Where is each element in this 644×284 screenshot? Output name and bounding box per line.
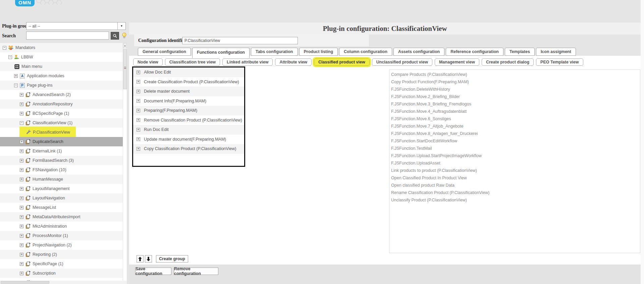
expand-icon[interactable]: + [20,178,23,181]
available-function-item[interactable]: F.JSFunction.Move.4_Auftragsdatenblatt [389,108,640,115]
expand-icon[interactable]: + [137,118,140,122]
tree-item[interactable]: +ProcessMonitor (1) [0,231,123,240]
subtab-create-product-dialog[interactable]: Create product dialog [482,58,534,66]
available-function-item[interactable]: Link products to product (P.Classificati… [389,167,640,174]
available-function-item[interactable]: Copy Product Function(F.Preparing.MAM) [389,78,640,86]
tree-item[interactable]: −Mandators [0,43,123,52]
available-function-item[interactable]: Rename Classification Product (P.Classif… [389,189,640,196]
available-function-item[interactable]: Compare Products (P.ClassificationView) [389,71,640,78]
expand-icon[interactable]: + [20,225,23,228]
save-configuration-button[interactable]: Save configuration [135,268,171,275]
tree-item[interactable]: −ClassificationView (1) [0,118,123,128]
expand-icon[interactable]: + [20,243,23,247]
tree-item[interactable]: +DuplicateSearch [0,137,123,146]
available-function-item[interactable]: Open classified product Raw Data [389,182,640,189]
tree-item[interactable]: +BCSpecificPage (1) [0,109,123,118]
available-function-item[interactable]: F.JSFunction.Move.2_Briefing_Bilder [389,93,640,100]
available-function-item[interactable]: F.JSFunction.Move.3_Briefing_Fremdlogos [389,100,640,108]
tree-item[interactable]: +SpecificPage (1) [0,259,123,269]
tree-item[interactable]: +Reporting (2) [0,250,123,259]
function-item[interactable]: +Allow Doc Edit [133,67,244,77]
subtab-attribute-view[interactable]: Attribute view [275,58,312,66]
expand-icon[interactable]: + [20,206,23,209]
tree-horizontal-scrollbar-thumb[interactable] [1,281,49,284]
function-item[interactable]: +Delete master document [133,87,244,96]
expand-icon[interactable]: + [137,128,140,132]
tree-item[interactable]: +LayoutNavigation [0,193,123,203]
expand-icon[interactable]: + [20,234,23,238]
tree-item[interactable]: −LBBW [0,52,123,62]
expand-icon[interactable]: + [20,253,23,256]
collapse-icon[interactable]: − [14,84,18,87]
tree-vertical-scrollbar-thumb[interactable] [123,49,127,89]
expand-icon[interactable]: + [20,159,23,162]
tree-item[interactable]: +MessageList [0,203,123,212]
move-down-button[interactable] [145,255,152,263]
tab-icon-assigment[interactable]: Icon assigment [536,48,576,56]
expand-icon[interactable]: + [137,70,140,74]
expand-icon[interactable]: + [20,272,23,275]
tree-item[interactable]: +LayoutManagement [0,184,123,193]
expand-icon[interactable]: + [137,99,140,103]
subtab-node-view[interactable]: Node view [133,58,163,66]
tree-item[interactable]: +Terminology [0,278,123,281]
subtab-classification-tree-view[interactable]: Classification tree view [165,58,220,66]
tree-item[interactable]: +MkzAdministration [0,222,123,231]
chevron-down-icon[interactable]: ▼ [117,22,125,30]
create-group-button[interactable]: Create group [156,255,188,263]
function-item[interactable]: +Preparing(F.Preparing.MAM) [133,106,244,115]
collapse-icon[interactable]: − [3,46,6,50]
expand-icon[interactable]: + [20,196,23,200]
subtab-classified-product-view[interactable]: Classified product view [314,58,370,66]
subtab-management-view[interactable]: Management view [435,58,479,66]
expand-icon[interactable]: + [20,168,23,172]
tree-horizontal-scrollbar[interactable] [0,281,127,284]
subtab-unclassified-product-view[interactable]: Unclassified product view [372,58,432,66]
tree-item[interactable]: +ProjectNavigation (2) [0,240,123,250]
tree-item[interactable]: +FSNavigation (10) [0,165,123,175]
tab-column-configuration[interactable]: Column configuration [339,48,392,56]
subtab-peo-template-view[interactable]: PEO Template view [536,58,583,66]
subtab-linked-attribute-view[interactable]: Linked attribute view [222,58,273,66]
tree-item[interactable]: +ExternalLink (1) [0,146,123,156]
scroll-up-icon[interactable]: ▲ [123,43,127,48]
expand-icon[interactable]: + [20,102,23,106]
expand-icon[interactable]: + [137,80,140,84]
expand-icon[interactable]: + [20,215,23,219]
function-item[interactable]: +Document Info(F.Preparing.MAM) [133,96,244,106]
tree-item[interactable]: Main menu [0,62,123,71]
tree-item[interactable]: +Subscription [0,269,123,278]
expand-icon[interactable]: + [20,93,23,97]
search-input[interactable] [26,32,109,40]
function-item[interactable]: +Update master document(F.Preparing.MAM) [133,135,244,144]
tab-tabs-configuration[interactable]: Tabs configuration [251,48,298,56]
expand-icon[interactable]: + [20,262,23,266]
available-function-item[interactable]: F.JSFunction.Move.6_Sonstiges [389,115,640,123]
tab-assets-configuration[interactable]: Assets configuration [393,48,444,56]
configuration-identifier-input[interactable] [182,37,298,44]
available-function-item[interactable]: F.JSFunction.DeleteWithHistory [389,86,640,93]
available-function-item[interactable]: F.JSFunction.TestMail [389,145,640,152]
function-item[interactable]: +Create Classification Product (P.Classi… [133,77,244,87]
expand-icon[interactable]: + [137,90,140,93]
expand-icon[interactable]: + [137,137,140,141]
tree-item[interactable]: −PPage plug-ins [0,81,123,90]
tree-item[interactable]: P.ClassificationView [0,128,123,137]
tree-item[interactable]: +MetaDataAttributesImport [0,212,123,222]
tab-functions-configuration[interactable]: Functions configuration [192,48,250,58]
function-item[interactable]: +Run Doc Edit [133,125,244,135]
search-button[interactable] [111,32,119,40]
expand-icon[interactable]: + [137,109,140,112]
hint-button[interactable] [121,31,127,40]
collapse-icon[interactable]: − [8,55,12,59]
tab-general-configuration[interactable]: General configuration [138,48,191,56]
expand-icon[interactable]: + [20,140,23,144]
tab-templates[interactable]: Templates [505,48,535,56]
available-function-item[interactable]: F.JSFunction.Move.8_Anlagen_fuer_Drucker… [389,130,640,137]
tab-product-listing[interactable]: Product listing [299,48,338,56]
available-function-item[interactable]: F.JSFunction.UploadAsset [389,159,640,167]
tree-item[interactable]: +AdvancedSearch (2) [0,90,123,99]
function-item[interactable]: +Copy Classification Product (P.Classifi… [133,144,244,154]
tree-item[interactable]: +AnnotationRepository [0,99,123,109]
expand-icon[interactable]: + [20,187,23,191]
